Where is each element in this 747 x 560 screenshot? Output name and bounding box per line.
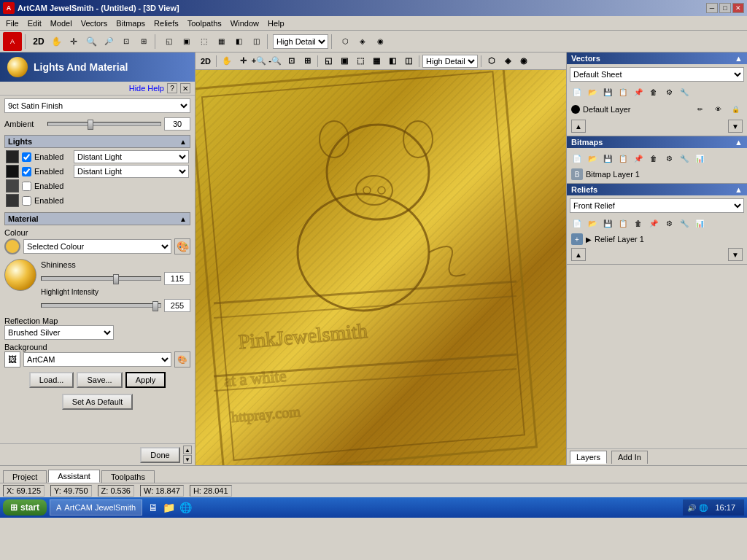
taskbar-icon-2[interactable]: 📁	[163, 502, 175, 513]
vectors-new-btn[interactable]: 📄	[570, 85, 584, 99]
vp-select-btn[interactable]: ⊞	[300, 55, 314, 68]
vp-3d-e2[interactable]: ◫	[401, 55, 416, 68]
reliefs-open-btn[interactable]: 📂	[585, 216, 600, 230]
pan-btn[interactable]: ✋	[48, 34, 64, 50]
vectors-extra1-btn[interactable]: ⚙	[662, 85, 676, 99]
vectors-layer-edit-btn[interactable]: ✏	[693, 102, 708, 117]
render-btn[interactable]: ◈	[355, 34, 371, 50]
ambient-thumb[interactable]	[88, 120, 93, 130]
vp-3d-t[interactable]: ▦	[369, 55, 384, 68]
menu-edit[interactable]: Edit	[23, 18, 46, 28]
light-enable-3[interactable]	[22, 182, 31, 191]
ambient-value[interactable]	[164, 117, 190, 131]
preset-dropdown[interactable]: 9ct Satin Finish	[4, 98, 190, 113]
zoom-in-btn[interactable]: 🔍	[83, 34, 99, 50]
view3d-extra2-btn[interactable]: ◫	[248, 34, 264, 50]
colour-dropdown[interactable]: Selected Colour	[23, 239, 171, 254]
vectors-save-btn[interactable]: 💾	[600, 85, 615, 99]
lights-expand-btn[interactable]: ▲	[179, 138, 187, 146]
2d-view-btn[interactable]: 2D	[31, 34, 47, 50]
highlight-slider[interactable]	[41, 303, 161, 308]
highlight-thumb[interactable]	[152, 301, 158, 311]
help-question-btn[interactable]: ?	[167, 83, 177, 93]
vectors-layer-row[interactable]: Default Layer ✏ 👁 🔒	[568, 101, 746, 118]
help-close-btn[interactable]: ✕	[180, 83, 190, 93]
menu-window[interactable]: Window	[226, 18, 263, 28]
reliefs-paste-btn[interactable]: 🗑	[631, 216, 646, 230]
bitmaps-open-btn[interactable]: 📂	[585, 151, 600, 166]
set-default-button[interactable]: Set As Default	[62, 394, 133, 410]
reliefs-copy-btn[interactable]: 📋	[616, 216, 630, 230]
reliefs-save-btn[interactable]: 💾	[600, 216, 615, 230]
reflection-map-dropdown[interactable]: Brushed Silver	[4, 325, 114, 340]
reliefs-extra3-btn[interactable]: 📊	[692, 216, 707, 230]
vectors-layer-vis-btn[interactable]: 👁	[711, 102, 725, 117]
view3d-extra-btn[interactable]: ◧	[231, 34, 247, 50]
material-expand-btn[interactable]: ▲	[179, 215, 187, 223]
reliefs-down-btn[interactable]: ▼	[728, 248, 743, 261]
menu-model[interactable]: Model	[46, 18, 77, 28]
bitmaps-delete-btn[interactable]: 🗑	[646, 151, 661, 166]
bitmaps-copy-btn[interactable]: 📋	[616, 151, 630, 166]
light-type-select-2[interactable]: Distant Light	[74, 165, 189, 178]
background-dropdown[interactable]: ArtCAM	[23, 352, 171, 367]
bitmaps-paste-btn[interactable]: 📌	[631, 151, 646, 166]
vp-detail-select[interactable]: High Detail	[422, 55, 478, 68]
zoom-select-btn[interactable]: ⊞	[136, 34, 152, 50]
colour-swatch[interactable]	[4, 238, 20, 254]
minimize-button[interactable]: ─	[706, 3, 718, 13]
light-enable-4[interactable]	[22, 196, 31, 206]
highlight-value[interactable]	[164, 299, 190, 312]
start-button[interactable]: ⊞ start	[3, 499, 47, 516]
ambient-slider[interactable]	[47, 122, 161, 126]
vp-zoom-in-btn[interactable]: +🔍	[252, 55, 266, 68]
menu-bitmaps[interactable]: Bitmaps	[112, 18, 150, 28]
reliefs-extra1-btn[interactable]: ⚙	[662, 216, 676, 230]
material-btn[interactable]: ⬡	[337, 34, 353, 50]
zoom-fit-btn[interactable]: ⊡	[118, 34, 134, 50]
vectors-extra2-btn[interactable]: 🔧	[677, 85, 692, 99]
scroll-down-btn[interactable]: ▼	[183, 455, 192, 464]
view3d-iso-btn[interactable]: ◱	[160, 34, 177, 50]
reliefs-new-btn[interactable]: 📄	[570, 216, 584, 230]
reliefs-extra2-btn[interactable]: 🔧	[677, 216, 692, 230]
vp-3d-iso[interactable]: ◱	[321, 55, 336, 68]
vp-fit-btn[interactable]: ⊡	[284, 55, 298, 68]
add-in-tab[interactable]: Add In	[611, 451, 648, 464]
vectors-copy-btn[interactable]: 📋	[616, 85, 630, 99]
shininess-slider[interactable]	[41, 276, 161, 281]
save-button[interactable]: Save...	[77, 372, 122, 388]
scroll-up-btn[interactable]: ▲	[183, 446, 192, 454]
vectors-down-btn[interactable]: ▼	[728, 120, 743, 133]
move-btn[interactable]: ✛	[66, 34, 82, 50]
menu-vectors[interactable]: Vectors	[77, 18, 112, 28]
light-enable-2[interactable]	[22, 167, 31, 176]
tab-assistant[interactable]: Assistant	[48, 470, 100, 483]
vectors-paste-btn[interactable]: 📌	[631, 85, 646, 99]
view3d-top-btn[interactable]: ▦	[213, 34, 229, 50]
vp-move-btn[interactable]: ✛	[236, 55, 250, 68]
layers-tab[interactable]: Layers	[570, 451, 607, 464]
background-pick-btn[interactable]: 🎨	[174, 351, 190, 368]
menu-help[interactable]: Help	[263, 18, 289, 28]
reliefs-up-btn[interactable]: ▲	[571, 248, 586, 261]
light-type-select-1[interactable]: Distant Light	[74, 150, 189, 163]
reliefs-sheet-dropdown[interactable]: Front Relief	[570, 198, 744, 213]
vp-3d-e1[interactable]: ◧	[385, 55, 400, 68]
menu-file[interactable]: File	[1, 18, 23, 28]
extra-render-btn[interactable]: ◉	[372, 34, 388, 50]
detail-select[interactable]: High Detail	[273, 34, 328, 49]
load-button[interactable]: Load...	[29, 372, 74, 388]
light-enable-1[interactable]	[22, 152, 31, 162]
tab-project[interactable]: Project	[3, 470, 47, 483]
zoom-out-btn[interactable]: 🔎	[101, 34, 117, 50]
apply-button[interactable]: Apply	[125, 372, 166, 388]
colour-picker-btn[interactable]: 🎨	[174, 238, 190, 254]
reliefs-layer-row[interactable]: + ▶ Relief Layer 1	[568, 232, 746, 246]
hide-help-link[interactable]: Hide Help	[129, 84, 164, 93]
app-logo-btn[interactable]: A	[3, 32, 22, 51]
taskbar-artcam[interactable]: A ArtCAM JewelSmith	[50, 499, 142, 516]
menu-reliefs[interactable]: Reliefs	[150, 18, 183, 28]
menu-toolpaths[interactable]: Toolpaths	[183, 18, 226, 28]
bitmaps-extra1-btn[interactable]: ⚙	[662, 151, 676, 166]
